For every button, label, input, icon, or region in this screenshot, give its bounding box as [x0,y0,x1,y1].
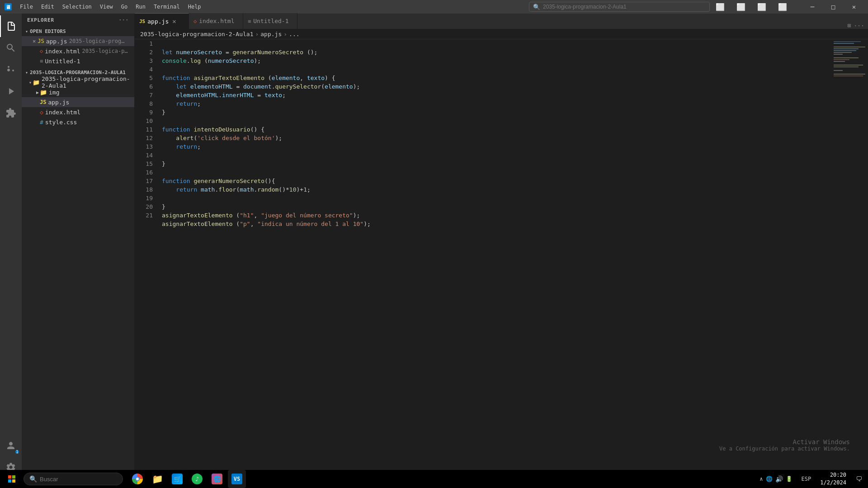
project-name: 2035-LOGICA-PROGRAMACION-2-AULA1 [30,70,126,75]
activity-explorer[interactable] [0,15,22,37]
language-indicator[interactable]: ESP [798,476,815,482]
activity-account[interactable]: 1 [0,435,22,456]
sidebar-header: Explorer ··· [22,14,134,27]
close-button[interactable]: ✕ [844,0,864,14]
window-controls: ⬜ ⬜ ⬜ ⬜ ─ □ ✕ [710,0,864,14]
activity-search[interactable] [0,37,22,59]
taskbar-spotify[interactable]: ♪ [188,470,206,488]
tray-volume-icon[interactable]: 🔊 [775,475,783,483]
svg-rect-18 [12,475,15,479]
editor-indexhtml-name: index.html [45,48,80,55]
taskbar-search-icon: 🔍 [29,475,37,483]
editor-appjs-path: 2035-logica-programacion... [69,38,128,44]
taskbar-search-input[interactable] [40,476,112,483]
svg-rect-14 [834,70,843,71]
title-search-input[interactable] [543,4,706,10]
taskbar-edge[interactable]: 🌐 [208,470,226,488]
menu-go[interactable]: Go [118,2,131,12]
activity-extensions[interactable] [0,102,22,124]
svg-rect-16 [834,75,863,76]
minimize-button[interactable]: ─ [802,0,823,14]
tab-appjs-close[interactable]: ✕ [172,18,176,25]
tray-network-icon[interactable]: 🌐 [766,476,773,482]
maximize-button[interactable]: □ [823,0,844,14]
svg-rect-7 [834,52,852,53]
svg-rect-13 [834,66,859,67]
title-search-bar[interactable]: 🔍 [529,2,710,12]
svg-rect-6 [834,50,856,51]
menu-file[interactable]: File [16,2,37,12]
tab-indexhtml-icon: ◇ [193,18,197,24]
tab-untitled[interactable]: ≡ Untitled-1 [243,13,297,29]
tab-indexhtml[interactable]: ◇ index.html [189,13,243,29]
clock-date: 1/2/2024 [820,479,846,487]
notification-badge: 1 [15,450,19,454]
project-chevron: ▾ [25,70,28,75]
layout-toggle-4[interactable]: ⬜ [772,0,793,14]
layout-toggle-1[interactable]: ⬜ [710,0,731,14]
menu-help[interactable]: Help [184,2,205,12]
activity-run-debug[interactable] [0,80,22,102]
editor-item-indexhtml[interactable]: ◇ index.html 2035-logica-program... [22,46,134,56]
tab-appjs-label: app.js [147,18,169,25]
layout-toggle-2[interactable]: ⬜ [731,0,751,14]
menu-selection[interactable]: Selection [59,2,95,12]
svg-rect-2 [834,41,861,42]
keyboard-lang: ESP [802,476,811,482]
tree-folder-root[interactable]: ▾ 📁 2035-logica-programacion-2-Aula1 [22,77,134,87]
tab-appjs[interactable]: JS app.js ✕ [135,13,189,29]
code-editor[interactable]: 12345 678910 1112131415 1617181920 21 le… [135,39,868,478]
edge-icon: 🌐 [212,474,222,484]
layout-toggle-3[interactable]: ⬜ [751,0,772,14]
menu-run[interactable]: Run [132,2,149,12]
tray-chevron[interactable]: ∧ [760,476,763,482]
stylecss-label: style.css [45,119,77,126]
taskbar-clock[interactable]: 20:20 1/2/2024 [816,471,850,487]
start-button[interactable] [2,470,22,488]
taskbar-vscode[interactable]: VS [228,470,246,488]
action-center-button[interactable]: 🗨 [852,470,866,488]
line-numbers: 12345 678910 1112131415 1617181920 21 [135,39,156,478]
img-folder-chevron: ▶ [36,90,39,95]
editor-item-appjs[interactable]: ✕ JS app.js 2035-logica-programacion... [22,36,134,46]
svg-rect-15 [834,74,865,75]
js-file-icon: JS [38,38,44,44]
breadcrumb-project[interactable]: 2035-logica-programacion-2-Aula1 [140,31,253,38]
explorer-title: Explorer [27,17,54,23]
tab-indexhtml-label: index.html [199,18,234,24]
open-editors-header[interactable]: ▾ Open Editors [22,27,134,36]
split-editor-icon[interactable]: ⊞ [848,22,851,29]
breadcrumb-appjs[interactable]: app.js [260,31,282,38]
tab-appjs-icon: JS [139,19,145,24]
taskbar-apps: 📁 🛒 ♪ 🌐 VS [128,470,246,488]
vscode-logo-icon: 🖥 [5,3,12,10]
breadcrumb: 2035-logica-programacion-2-Aula1 › app.j… [135,29,868,39]
sidebar-more-icon[interactable]: ··· [118,17,129,23]
close-appjs-icon[interactable]: ✕ [33,38,36,44]
svg-rect-10 [834,59,849,60]
tree-item-stylecss[interactable]: # style.css [22,117,134,127]
sidebar: Explorer ··· ▾ Open Editors ✕ JS app.js … [22,14,135,478]
breadcrumb-more[interactable]: ... [289,31,299,38]
taskbar-chrome[interactable] [128,470,146,488]
taskbar-file-explorer[interactable]: 📁 [148,470,166,488]
taskbar-store[interactable]: 🛒 [168,470,186,488]
taskbar-search-bar[interactable]: 🔍 [24,473,123,485]
editor-item-untitled[interactable]: ≡ Untitled-1 [22,56,134,66]
tree-item-appjs[interactable]: JS app.js [22,97,134,107]
menu-view[interactable]: View [96,2,117,12]
tray-battery-icon[interactable]: 🔋 [786,476,793,482]
minimap[interactable] [832,39,868,478]
more-tabs-icon[interactable]: ··· [854,22,864,29]
breadcrumb-sep1: › [255,31,259,38]
menu-terminal[interactable]: Terminal [150,2,184,12]
open-editors-chevron: ▾ [25,29,28,34]
code-content[interactable]: let numeroSecreto = generarNumeroSecreto… [156,39,832,478]
editor-untitled-name: Untitled-1 [45,58,80,65]
open-editors-label: Open Editors [30,28,66,34]
indexhtml-label: index.html [45,109,80,116]
menu-edit[interactable]: Edit [38,2,58,12]
activity-source-control[interactable] [0,59,22,80]
editor-indexhtml-path: 2035-logica-program... [82,48,131,54]
tree-item-indexhtml[interactable]: ◇ index.html [22,107,134,117]
